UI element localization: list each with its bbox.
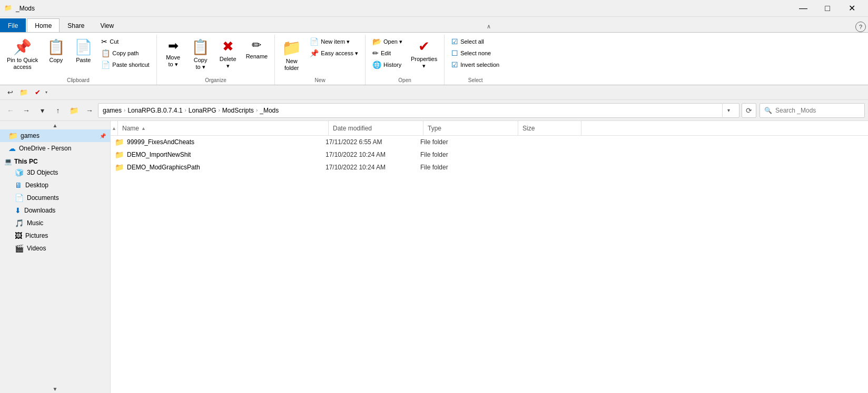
qa-folder-button[interactable]: 📁: [18, 87, 29, 98]
sort-chevron-icon: ▲: [112, 126, 116, 131]
qa-dropdown-button[interactable]: ▾: [45, 90, 47, 95]
easy-access-label: Easy access ▾: [321, 50, 358, 57]
ribbon-group-new: 📁 Newfolder 📄 New item ▾ 📌 Easy access ▾…: [275, 35, 366, 85]
sidebar-music-label: Music: [27, 219, 106, 227]
nav-dropdown-button[interactable]: ▾: [35, 103, 50, 118]
copy-to-button[interactable]: 📋 Copyto ▾: [188, 36, 214, 74]
sidebar-scroll-down[interactable]: ▼: [0, 385, 110, 393]
file-date-cell: 17/10/2022 10:24 AM: [321, 151, 416, 158]
sidebar-item-games[interactable]: 📁 games 📌: [0, 129, 110, 142]
sidebar-this-pc[interactable]: 💻 This PC: [0, 155, 110, 166]
select-none-button[interactable]: ☐ Select none: [448, 47, 503, 59]
path-arrow-3: ›: [219, 107, 220, 113]
easy-access-button[interactable]: 📌 Easy access ▾: [306, 47, 362, 59]
sidebar-item-onedrive[interactable]: ☁ OneDrive - Person: [0, 142, 110, 155]
ribbon-collapse-icon[interactable]: ∧: [482, 21, 495, 32]
copy-to-icon: 📋: [191, 38, 210, 56]
path-arrow-4: ›: [256, 107, 258, 113]
open-icon: 📂: [372, 37, 381, 46]
sidebar-item-3d-objects[interactable]: 🧊 3D Objects: [0, 166, 110, 179]
address-dropdown-button[interactable]: ▾: [722, 103, 735, 118]
sidebar-item-downloads[interactable]: ⬇ Downloads: [0, 204, 110, 217]
tab-file[interactable]: File: [0, 18, 26, 32]
table-row[interactable]: 📁 DEMO_ModGraphicsPath 17/10/2022 10:24 …: [111, 161, 868, 174]
help-button[interactable]: ?: [855, 22, 866, 32]
col-header-type[interactable]: Type: [423, 121, 518, 135]
sidebar-item-pictures[interactable]: 🖼 Pictures: [0, 229, 110, 242]
organize-label: Organize: [160, 76, 272, 85]
new-item-icon: 📄: [310, 37, 319, 46]
move-to-button[interactable]: ➡ Moveto ▾: [160, 36, 186, 74]
qa-check-button[interactable]: ✔: [32, 87, 43, 98]
clipboard-sub-col: ✂ Cut 📋 Copy path 📄 Paste shortcut: [97, 36, 153, 70]
tab-home[interactable]: Home: [27, 18, 60, 32]
properties-button[interactable]: ✔ Properties▾: [407, 36, 441, 74]
paste-button[interactable]: 📄 Paste: [70, 36, 96, 74]
new-item-button[interactable]: 📄 New item ▾: [306, 36, 362, 47]
path-seg-mods: _Mods: [260, 107, 279, 114]
invert-selection-button[interactable]: ☑ Invert selection: [448, 59, 503, 70]
copy-button[interactable]: 📋 Copy: [43, 36, 69, 74]
select-none-label: Select none: [460, 50, 491, 56]
address-bar[interactable]: games › LonaRPG.B.0.7.4.1 › LonaRPG › Mo…: [98, 103, 739, 118]
nav-forward2-button[interactable]: →: [82, 103, 97, 118]
delete-label: Delete▾: [220, 56, 236, 69]
delete-button[interactable]: ✖ Delete▾: [215, 36, 241, 74]
file-list: 📁 99999_FixesAndCheats 17/11/2022 6:55 A…: [111, 136, 868, 393]
cut-button[interactable]: ✂ Cut: [97, 36, 153, 47]
sidebar-pictures-label: Pictures: [25, 232, 106, 239]
edit-button[interactable]: ✏ Edit: [369, 47, 406, 59]
file-date-cell: 17/10/2022 10:24 AM: [321, 164, 416, 171]
sidebar-item-desktop[interactable]: 🖥 Desktop: [0, 179, 110, 192]
paste-icon: 📄: [74, 38, 93, 56]
qa-undo-button[interactable]: ↩: [4, 87, 16, 98]
up-button[interactable]: ↑: [51, 103, 65, 118]
paste-label: Paste: [76, 57, 91, 64]
select-all-button[interactable]: ☑ Select all: [448, 36, 503, 47]
ribbon-group-clipboard: 📌 Pin to Quickaccess 📋 Copy 📄 Paste ✂ Cu…: [0, 35, 157, 85]
copy-path-button[interactable]: 📋 Copy path: [97, 47, 153, 59]
music-icon: 🎵: [15, 219, 24, 227]
file-name-cell: 📁 DEMO_ModGraphicsPath: [111, 163, 321, 172]
rename-button[interactable]: ✏ Rename: [242, 36, 272, 74]
col-header-name[interactable]: Name ▲: [118, 121, 329, 135]
sidebar-scroll-up[interactable]: ▲: [0, 121, 110, 129]
title-icon: 📁: [4, 4, 13, 13]
open-button[interactable]: 📂 Open ▾: [369, 36, 406, 47]
search-input[interactable]: [775, 107, 860, 114]
close-button[interactable]: ✕: [840, 0, 864, 17]
content-area: ▲ Name ▲ Date modified Type Size 📁 99999…: [111, 121, 868, 393]
new-folder-button[interactable]: 📁 Newfolder: [278, 36, 305, 74]
sidebar-desktop-label: Desktop: [25, 182, 106, 189]
select-none-icon: ☐: [451, 49, 458, 57]
history-button[interactable]: 🌐 History: [369, 59, 406, 70]
tab-share[interactable]: Share: [60, 18, 92, 32]
minimize-button[interactable]: —: [791, 0, 815, 17]
table-row[interactable]: 📁 99999_FixesAndCheats 17/11/2022 6:55 A…: [111, 136, 868, 148]
invert-selection-icon: ☑: [451, 61, 458, 69]
sidebar-item-documents[interactable]: 📄 Documents: [0, 192, 110, 204]
sidebar-item-music[interactable]: 🎵 Music: [0, 217, 110, 229]
table-row[interactable]: 📁 DEMO_ImportNewShit 17/10/2022 10:24 AM…: [111, 148, 868, 161]
path-seg-modscripts: ModScripts: [222, 107, 254, 114]
new-item-label: New item ▾: [321, 38, 350, 45]
invert-selection-label: Invert selection: [460, 62, 499, 68]
file-date-cell: 17/11/2022 6:55 AM: [321, 138, 416, 146]
sidebar-3d-label: 3D Objects: [27, 169, 106, 176]
paste-shortcut-button[interactable]: 📄 Paste shortcut: [97, 59, 153, 70]
back-button[interactable]: ←: [3, 103, 18, 118]
pin-quick-access-button[interactable]: 📌 Pin to Quickaccess: [3, 36, 42, 74]
file-name-cell: 📁 DEMO_ImportNewShit: [111, 150, 321, 159]
maximize-button[interactable]: □: [815, 0, 840, 17]
col-header-size[interactable]: Size: [518, 121, 581, 135]
tab-view[interactable]: View: [92, 18, 122, 32]
cut-icon: ✂: [101, 37, 107, 46]
open-label: Open: [369, 76, 441, 85]
forward-button[interactable]: →: [19, 103, 34, 118]
window-title: _Mods: [16, 5, 791, 12]
refresh-button[interactable]: ⟳: [742, 103, 756, 118]
col-header-date[interactable]: Date modified: [329, 121, 423, 135]
paste-shortcut-label: Paste shortcut: [112, 62, 149, 68]
sidebar-item-videos[interactable]: 🎬 Videos: [0, 242, 110, 255]
search-bar[interactable]: 🔍: [760, 103, 865, 118]
